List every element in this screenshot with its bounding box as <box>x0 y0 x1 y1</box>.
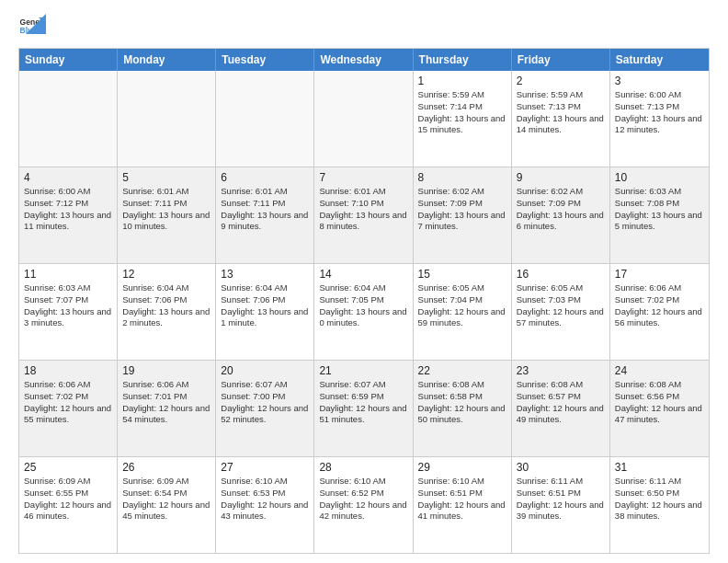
day-number: 22 <box>418 364 506 377</box>
day-number: 7 <box>319 171 407 184</box>
day-number: 24 <box>615 364 704 377</box>
cal-day-20: 20Sunrise: 6:07 AM Sunset: 7:00 PM Dayli… <box>216 361 314 456</box>
day-info: Sunrise: 6:03 AM Sunset: 7:07 PM Dayligh… <box>24 282 112 329</box>
day-number: 16 <box>517 268 605 281</box>
cal-day-27: 27Sunrise: 6:10 AM Sunset: 6:53 PM Dayli… <box>216 457 314 553</box>
day-number: 6 <box>221 171 309 184</box>
day-number: 21 <box>319 364 407 377</box>
day-number: 19 <box>122 364 210 377</box>
day-info: Sunrise: 6:10 AM Sunset: 6:52 PM Dayligh… <box>319 476 407 523</box>
calendar-header: SundayMondayTuesdayWednesdayThursdayFrid… <box>19 49 709 71</box>
cal-day-empty-0-3 <box>314 71 413 167</box>
day-number: 25 <box>24 461 112 474</box>
calendar-body: 1Sunrise: 5:59 AM Sunset: 7:14 PM Daylig… <box>19 71 709 553</box>
day-number: 27 <box>221 461 309 474</box>
weekday-header-monday: Monday <box>118 49 216 71</box>
day-info: Sunrise: 6:07 AM Sunset: 6:59 PM Dayligh… <box>319 379 407 426</box>
svg-marker-5 <box>26 14 46 34</box>
logo-triangle-icon <box>26 14 46 34</box>
cal-day-empty-0-2 <box>216 71 314 167</box>
day-info: Sunrise: 6:05 AM Sunset: 7:03 PM Dayligh… <box>517 282 605 329</box>
cal-day-21: 21Sunrise: 6:07 AM Sunset: 6:59 PM Dayli… <box>314 361 413 456</box>
cal-day-28: 28Sunrise: 6:10 AM Sunset: 6:52 PM Dayli… <box>314 457 413 553</box>
cal-day-23: 23Sunrise: 6:08 AM Sunset: 6:57 PM Dayli… <box>512 361 610 456</box>
cal-day-5: 5Sunrise: 6:01 AM Sunset: 7:11 PM Daylig… <box>118 167 216 263</box>
cal-day-26: 26Sunrise: 6:09 AM Sunset: 6:54 PM Dayli… <box>118 457 216 553</box>
cal-day-8: 8Sunrise: 6:02 AM Sunset: 7:09 PM Daylig… <box>414 167 512 263</box>
day-info: Sunrise: 6:10 AM Sunset: 6:51 PM Dayligh… <box>418 476 506 523</box>
calendar-row-4: 25Sunrise: 6:09 AM Sunset: 6:55 PM Dayli… <box>19 456 709 553</box>
day-info: Sunrise: 6:08 AM Sunset: 6:58 PM Dayligh… <box>418 379 506 426</box>
day-number: 15 <box>418 268 506 281</box>
calendar-row-0: 1Sunrise: 5:59 AM Sunset: 7:14 PM Daylig… <box>19 71 709 167</box>
page: General Blue SundayMondayTuesdayWednesda… <box>0 0 728 563</box>
cal-day-11: 11Sunrise: 6:03 AM Sunset: 7:07 PM Dayli… <box>19 264 118 360</box>
cal-day-6: 6Sunrise: 6:01 AM Sunset: 7:11 PM Daylig… <box>216 167 314 263</box>
day-number: 9 <box>517 171 605 184</box>
day-info: Sunrise: 6:11 AM Sunset: 6:50 PM Dayligh… <box>615 476 704 523</box>
cal-day-31: 31Sunrise: 6:11 AM Sunset: 6:50 PM Dayli… <box>610 457 709 553</box>
day-info: Sunrise: 5:59 AM Sunset: 7:14 PM Dayligh… <box>418 89 506 136</box>
day-number: 13 <box>221 268 309 281</box>
weekday-header-tuesday: Tuesday <box>216 49 314 71</box>
cal-day-16: 16Sunrise: 6:05 AM Sunset: 7:03 PM Dayli… <box>512 264 610 360</box>
cal-day-22: 22Sunrise: 6:08 AM Sunset: 6:58 PM Dayli… <box>414 361 512 456</box>
calendar-row-2: 11Sunrise: 6:03 AM Sunset: 7:07 PM Dayli… <box>19 263 709 360</box>
cal-day-empty-0-0 <box>19 71 118 167</box>
cal-day-2: 2Sunrise: 5:59 AM Sunset: 7:13 PM Daylig… <box>512 71 610 167</box>
day-info: Sunrise: 6:00 AM Sunset: 7:12 PM Dayligh… <box>24 186 112 233</box>
day-info: Sunrise: 6:06 AM Sunset: 7:01 PM Dayligh… <box>122 379 210 426</box>
day-info: Sunrise: 6:06 AM Sunset: 7:02 PM Dayligh… <box>24 379 112 426</box>
day-number: 31 <box>615 461 704 474</box>
day-info: Sunrise: 6:08 AM Sunset: 6:56 PM Dayligh… <box>615 379 704 426</box>
cal-day-14: 14Sunrise: 6:04 AM Sunset: 7:05 PM Dayli… <box>314 264 413 360</box>
day-number: 8 <box>418 171 506 184</box>
cal-day-12: 12Sunrise: 6:04 AM Sunset: 7:06 PM Dayli… <box>118 264 216 360</box>
day-number: 18 <box>24 364 112 377</box>
day-info: Sunrise: 6:02 AM Sunset: 7:09 PM Dayligh… <box>517 186 605 233</box>
cal-day-10: 10Sunrise: 6:03 AM Sunset: 7:08 PM Dayli… <box>610 167 709 263</box>
day-info: Sunrise: 6:05 AM Sunset: 7:04 PM Dayligh… <box>418 282 506 329</box>
day-number: 1 <box>418 75 506 87</box>
day-number: 30 <box>517 461 605 474</box>
day-info: Sunrise: 6:01 AM Sunset: 7:10 PM Dayligh… <box>319 186 407 233</box>
day-number: 3 <box>615 75 704 87</box>
day-info: Sunrise: 6:10 AM Sunset: 6:53 PM Dayligh… <box>221 476 309 523</box>
cal-day-18: 18Sunrise: 6:06 AM Sunset: 7:02 PM Dayli… <box>19 361 118 456</box>
cal-day-24: 24Sunrise: 6:08 AM Sunset: 6:56 PM Dayli… <box>610 361 709 456</box>
cal-day-15: 15Sunrise: 6:05 AM Sunset: 7:04 PM Dayli… <box>414 264 512 360</box>
calendar: SundayMondayTuesdayWednesdayThursdayFrid… <box>18 48 710 554</box>
header: General Blue <box>18 15 710 40</box>
day-info: Sunrise: 6:04 AM Sunset: 7:06 PM Dayligh… <box>221 282 309 329</box>
day-number: 10 <box>615 171 704 184</box>
day-info: Sunrise: 6:09 AM Sunset: 6:55 PM Dayligh… <box>24 476 112 523</box>
cal-day-empty-0-1 <box>118 71 216 167</box>
day-number: 26 <box>122 461 210 474</box>
day-number: 29 <box>418 461 506 474</box>
day-number: 14 <box>319 268 407 281</box>
cal-day-9: 9Sunrise: 6:02 AM Sunset: 7:09 PM Daylig… <box>512 167 610 263</box>
day-info: Sunrise: 6:08 AM Sunset: 6:57 PM Dayligh… <box>517 379 605 426</box>
cal-day-1: 1Sunrise: 5:59 AM Sunset: 7:14 PM Daylig… <box>414 71 512 167</box>
day-number: 28 <box>319 461 407 474</box>
calendar-row-3: 18Sunrise: 6:06 AM Sunset: 7:02 PM Dayli… <box>19 360 709 456</box>
day-info: Sunrise: 5:59 AM Sunset: 7:13 PM Dayligh… <box>517 89 605 136</box>
weekday-header-friday: Friday <box>512 49 610 71</box>
weekday-header-wednesday: Wednesday <box>314 49 413 71</box>
day-number: 23 <box>517 364 605 377</box>
cal-day-4: 4Sunrise: 6:00 AM Sunset: 7:12 PM Daylig… <box>19 167 118 263</box>
cal-day-30: 30Sunrise: 6:11 AM Sunset: 6:51 PM Dayli… <box>512 457 610 553</box>
day-number: 11 <box>24 268 112 281</box>
cal-day-25: 25Sunrise: 6:09 AM Sunset: 6:55 PM Dayli… <box>19 457 118 553</box>
day-info: Sunrise: 6:01 AM Sunset: 7:11 PM Dayligh… <box>122 186 210 233</box>
day-info: Sunrise: 6:07 AM Sunset: 7:00 PM Dayligh… <box>221 379 309 426</box>
day-info: Sunrise: 6:11 AM Sunset: 6:51 PM Dayligh… <box>517 476 605 523</box>
day-info: Sunrise: 6:04 AM Sunset: 7:06 PM Dayligh… <box>122 282 210 329</box>
cal-day-29: 29Sunrise: 6:10 AM Sunset: 6:51 PM Dayli… <box>414 457 512 553</box>
cal-day-17: 17Sunrise: 6:06 AM Sunset: 7:02 PM Dayli… <box>610 264 709 360</box>
day-number: 20 <box>221 364 309 377</box>
day-info: Sunrise: 6:04 AM Sunset: 7:05 PM Dayligh… <box>319 282 407 329</box>
cal-day-7: 7Sunrise: 6:01 AM Sunset: 7:10 PM Daylig… <box>314 167 413 263</box>
logo: General Blue <box>18 15 46 40</box>
day-number: 5 <box>122 171 210 184</box>
